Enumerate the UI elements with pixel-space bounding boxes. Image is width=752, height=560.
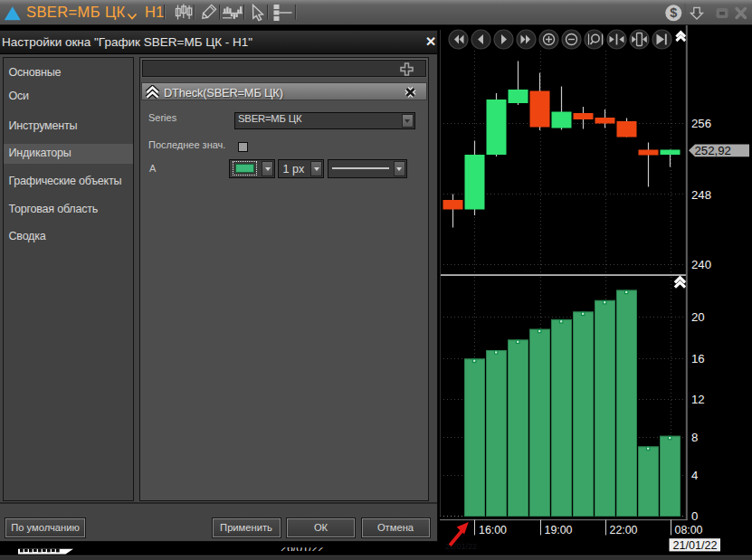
svg-text:21/01/22: 21/01/22 bbox=[673, 539, 718, 552]
svg-text:252,92: 252,92 bbox=[695, 144, 731, 157]
svg-text:8: 8 bbox=[691, 431, 698, 444]
svg-text:16: 16 bbox=[691, 352, 705, 365]
svg-text:0: 0 bbox=[691, 509, 698, 523]
svg-text:240: 240 bbox=[691, 258, 711, 271]
svg-text:12: 12 bbox=[691, 393, 705, 406]
svg-text:$: $ bbox=[670, 5, 677, 20]
svg-text:16:00: 16:00 bbox=[479, 524, 507, 536]
svg-text:20: 20 bbox=[691, 310, 705, 324]
svg-text:256: 256 bbox=[691, 117, 711, 130]
svg-text:08:00: 08:00 bbox=[675, 524, 703, 536]
svg-text:22:00: 22:00 bbox=[610, 524, 638, 536]
svg-text:19:00: 19:00 bbox=[545, 524, 573, 536]
svg-text:4: 4 bbox=[691, 469, 698, 482]
svg-text:248: 248 bbox=[691, 188, 711, 202]
